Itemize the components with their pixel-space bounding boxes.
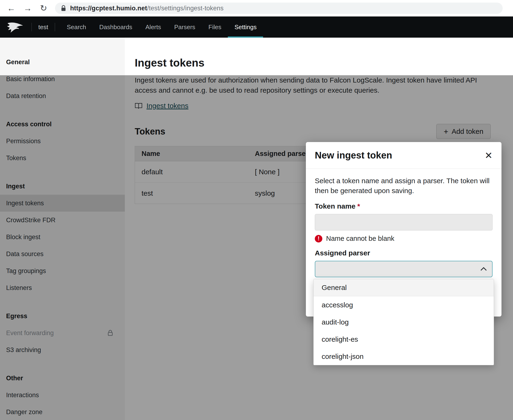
reload-icon[interactable]: ↻ (40, 4, 47, 13)
url-text: https://gcptest.humio.net/test/settings/… (70, 5, 223, 12)
lock-icon[interactable] (61, 5, 66, 12)
dropdown-option-corelight-json[interactable]: corelight-json (314, 348, 494, 365)
dropdown-group-general: General (314, 279, 494, 296)
forward-icon[interactable]: → (23, 4, 32, 13)
modal-description: Select a token name and assign a parser.… (315, 176, 492, 196)
validation-error: ! Name cannot be blank (315, 235, 492, 242)
chevron-up-icon (480, 267, 487, 271)
assigned-parser-select[interactable] (315, 261, 492, 277)
dropdown-option-corelight-es[interactable]: corelight-es (314, 331, 494, 348)
token-name-label-text: Token name (315, 202, 356, 210)
url-bar[interactable]: https://gcptest.humio.net/test/settings/… (55, 3, 503, 14)
token-name-input[interactable] (315, 214, 492, 231)
modal-header: New ingest token ✕ (306, 142, 501, 169)
url-host: https://gcptest.humio.net (70, 5, 147, 12)
nav-search[interactable]: Search (60, 16, 93, 38)
url-path: /test/settings/ingest-tokens (147, 5, 223, 12)
token-name-label: Token name * (315, 202, 492, 210)
required-asterisk: * (357, 202, 360, 210)
dropdown-option-accesslog[interactable]: accesslog (314, 296, 494, 314)
top-navigation: test Search Dashboards Alerts Parsers Fi… (0, 16, 513, 38)
nav-files[interactable]: Files (202, 16, 228, 38)
modal-title: New ingest token (315, 150, 392, 161)
error-message: Name cannot be blank (326, 235, 394, 242)
repository-name[interactable]: test (37, 23, 50, 31)
error-icon: ! (315, 235, 322, 242)
nav-dashboards[interactable]: Dashboards (93, 16, 139, 38)
back-icon[interactable]: ← (7, 4, 15, 13)
browser-chrome: ← → ↻ https://gcptest.humio.net/test/set… (0, 0, 513, 16)
nav-alerts[interactable]: Alerts (139, 16, 168, 38)
crowdstrike-falcon-logo-icon[interactable] (7, 21, 24, 33)
close-icon[interactable]: ✕ (484, 151, 492, 160)
nav-divider (55, 23, 55, 31)
nav-divider (31, 23, 32, 31)
page-title: Ingest tokens (135, 56, 513, 69)
modal-body: Select a token name and assign a parser.… (306, 169, 501, 277)
nav-parsers[interactable]: Parsers (168, 16, 202, 38)
assigned-parser-label: Assigned parser (315, 249, 492, 257)
nav-settings[interactable]: Settings (228, 16, 263, 38)
dropdown-option-audit-log[interactable]: audit-log (314, 314, 494, 331)
sidebar-heading-general: General (0, 54, 125, 71)
parser-dropdown: General accesslog audit-log corelight-es… (313, 279, 494, 365)
assigned-parser-label-text: Assigned parser (315, 249, 370, 257)
